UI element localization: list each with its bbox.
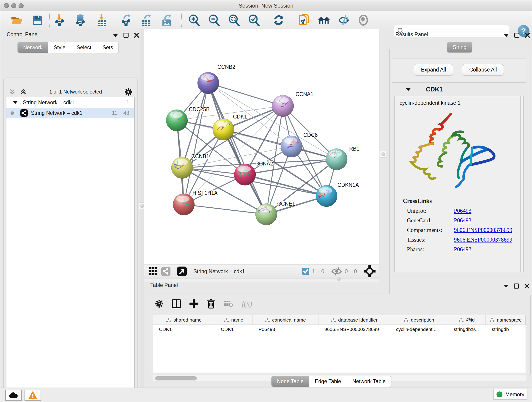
open-session-button[interactable] [11,14,23,26]
column-header-name[interactable]: name [215,315,253,325]
network-row[interactable]: String Network – cdk1 11 48 [6,108,134,118]
import-database-icon [74,14,86,26]
node-CCNA1[interactable]: CCNA1 [272,91,313,117]
panel-float-icon[interactable] [514,283,519,288]
edge-HIST1H1A-CCNE1[interactable] [184,204,266,214]
gene-section-header[interactable]: CDK1 [392,83,526,96]
home-view-button[interactable] [318,14,330,26]
gear-icon[interactable] [124,88,132,96]
grid-view-icon[interactable] [149,267,158,276]
title-bar: Session: New Session [0,0,532,12]
crosslink-link[interactable]: 9606.ENSP00000378699 [454,227,512,233]
section-expander-icon[interactable] [406,88,411,91]
export-table-button[interactable] [140,14,153,26]
horizontal-splitter[interactable] [144,279,380,282]
node-CCNB1[interactable]: CCNB1 [171,153,209,179]
import-network-button[interactable] [53,14,66,26]
memory-button[interactable]: Memory [494,389,527,400]
show-graphics-button[interactable] [357,14,370,26]
column-header-shared-name[interactable]: shared name [153,315,215,325]
panel-menu-icon[interactable] [113,34,118,37]
collapse-all-icon[interactable] [9,89,16,95]
delete-table-icon[interactable] [224,300,233,307]
panel-close-icon[interactable] [525,283,530,288]
node-CDK1[interactable]: CDK1 [213,114,247,140]
add-column-icon[interactable] [190,299,198,308]
collapse-all-button[interactable]: Collapse All [462,64,504,75]
tab-select[interactable]: Select [71,42,97,53]
function-builder-icon[interactable]: f(x) [242,300,252,308]
edge-CCNB2-CCNA1[interactable] [208,83,283,106]
delete-column-icon[interactable] [207,299,215,308]
network-collection-row[interactable]: String Network – cdk1 1 [6,97,134,108]
results-scrollbar[interactable] [520,96,523,272]
tab-node-table[interactable]: Node Table [272,376,309,387]
refresh-button[interactable] [272,14,285,26]
cloud-status-button[interactable] [5,390,22,401]
panel-float-icon[interactable] [514,33,519,38]
crosslink-link[interactable]: P06493 [454,246,471,253]
clone-network-button[interactable] [298,14,310,26]
right-splitter-handle[interactable] [380,151,387,158]
node-table-box: f(x) shared namenamecanonical namedataba… [148,294,531,376]
column-type-icon [166,318,171,322]
warnings-button[interactable] [25,390,41,401]
table-settings-gear-icon[interactable] [155,300,163,308]
zoom-out-icon [208,14,220,26]
zoom-selected-button[interactable] [247,14,260,26]
column-header-description[interactable]: description [390,315,448,325]
export-network-icon [120,14,132,26]
application-window: Session: New Session [0,0,532,402]
horizontal-splitter-handle[interactable] [335,275,342,282]
panel-close-icon[interactable] [525,33,530,38]
zoom-fit-button[interactable] [228,14,240,26]
tree-expander-icon[interactable] [13,101,18,104]
import-table-icon [97,14,108,26]
node-RB1[interactable]: RB1 [326,146,360,170]
panel-menu-icon[interactable] [504,34,509,37]
hide-unhide-button[interactable] [337,14,350,26]
panel-menu-icon[interactable] [503,285,508,288]
tab-network-table[interactable]: Network Table [347,376,391,387]
network-list-icon[interactable] [161,267,171,276]
edge-CCNB2-HIST1H1A[interactable] [184,83,208,204]
tab-string[interactable]: String [447,42,472,52]
panel-close-icon[interactable] [134,33,139,38]
crosslink-link[interactable]: 9606.ENSP00000378699 [454,236,512,243]
network-canvas[interactable]: CCNB2CCNA1CDC25BCDK1CDC6RB1CCNB1CCNA2CDK… [144,29,380,264]
column-header-canonical-name[interactable]: canonical name [253,315,318,325]
table-cell: 9606.ENSP00000378699 [318,325,390,334]
tab-network[interactable]: Network [18,42,48,53]
expand-all-button[interactable]: Expand All [414,64,453,75]
homes-icon [318,15,330,25]
export-network-button[interactable] [120,14,132,26]
zoom-out-button[interactable] [208,14,220,26]
tab-edge-table[interactable]: Edge Table [309,376,347,387]
table-cell: cyclin-dependent ... [390,325,448,334]
panel-float-icon[interactable] [123,33,128,38]
expand-all-icon[interactable] [20,89,27,95]
export-image-button[interactable] [161,14,173,26]
crosslink-link[interactable]: P06493 [454,208,471,214]
table-hscrollbar-thumb[interactable] [155,376,197,380]
fit-selected-target-icon[interactable] [364,265,375,277]
import-database-button[interactable] [74,14,86,26]
import-table-button[interactable] [96,14,108,26]
hidden-eye-icon[interactable] [331,267,342,276]
selected-checkbox-icon[interactable] [302,268,309,275]
tab-style[interactable]: Style [48,42,71,53]
selected-count: 1 – 0 [312,268,324,274]
birds-eye-view-icon[interactable] [177,267,187,276]
column-header-database-identifier[interactable]: database identifier [318,315,390,325]
zoom-in-button[interactable] [188,14,200,26]
node-HIST1H1A[interactable]: HIST1H1A [173,190,218,215]
column-header-namespace[interactable]: namespace [486,315,526,325]
table-row[interactable]: CDK1CDK1P064939606.ENSP00000378699cyclin… [153,325,526,334]
save-session-button[interactable] [32,14,44,26]
node-label: CCNB2 [217,64,235,70]
column-header-@id[interactable]: @id [448,315,486,325]
column-header-label: shared name [173,317,202,323]
tab-sets[interactable]: Sets [97,42,119,53]
crosslink-link[interactable]: P06493 [454,217,471,224]
show-columns-icon[interactable] [172,299,181,308]
